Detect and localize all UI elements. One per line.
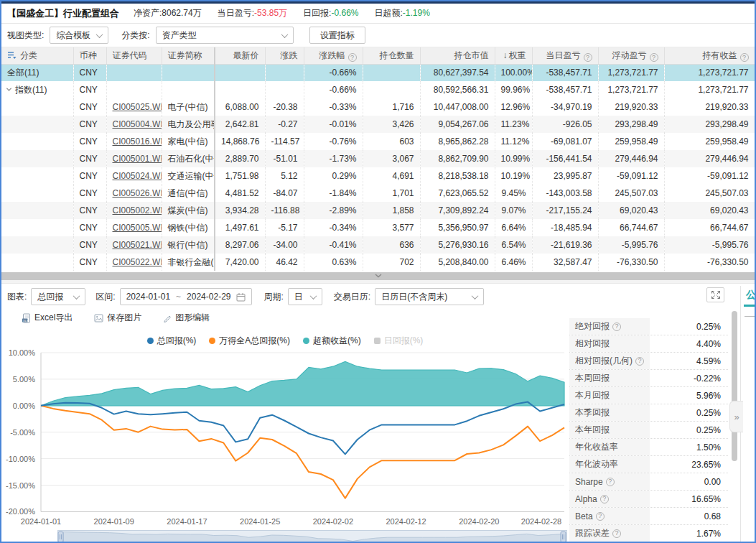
fullscreen-button[interactable]	[706, 287, 724, 302]
column-header[interactable]: 持仓市值	[420, 47, 495, 64]
cell: 5,276,930.16	[420, 236, 495, 254]
stat-label: 绝对回报?	[569, 318, 650, 335]
save-image-button[interactable]: 保存图片	[94, 312, 141, 324]
active-tab-underline	[744, 305, 756, 307]
cell: 4,481.52	[215, 185, 265, 202]
edit-graph-button[interactable]: 图形编辑	[163, 312, 210, 324]
security-code-link[interactable]: CI005024.WI	[113, 171, 162, 181]
stat-label: Sharpe?	[569, 473, 650, 490]
table-row[interactable]: CNYCI005024.WI交通运输(中信)1,751.985.120.29%4…	[1, 167, 755, 185]
category-cell	[1, 167, 73, 185]
column-header[interactable]: 证券代码	[106, 47, 162, 64]
collapse-panel-button[interactable]: »	[729, 401, 743, 432]
cell: 3,067	[363, 150, 420, 167]
datazoom-handle[interactable]	[58, 532, 63, 542]
announcement-tab-icon[interactable]: 公	[744, 289, 756, 307]
column-header[interactable]: 最新价	[215, 47, 265, 64]
column-header[interactable]: 分类	[1, 47, 73, 64]
cell: -0.66%	[304, 81, 363, 98]
cell: 293,298.49	[664, 116, 755, 133]
category-cell	[1, 219, 73, 236]
table-row[interactable]: CNYCI005016.WI家电(中信)14,868.76-114.57-0.7…	[1, 133, 755, 150]
help-icon[interactable]: ?	[740, 53, 749, 62]
divider-dash	[745, 316, 755, 317]
column-header[interactable]: 持有收益?	[664, 47, 755, 64]
table-row[interactable]: CNYCI005002.WI煤炭(中信)3,934.28-116.88-2.89…	[1, 202, 755, 219]
cell: CI005016.WI	[106, 133, 162, 150]
cell: 1,716	[363, 98, 420, 116]
table-row[interactable]: CNYCI005022.WI非银行金融(中信)7,420.0046.420.63…	[1, 254, 755, 271]
table-row[interactable]: 全部(11)CNY-0.66%80,627,397.54100.00%-538,…	[1, 64, 755, 81]
cell: 8,965,862.28	[420, 133, 495, 150]
help-icon[interactable]: ?	[612, 529, 621, 538]
cell: 0.29%	[304, 167, 363, 185]
panel-splitter[interactable]	[1, 272, 755, 285]
vertical-scrollbar[interactable]	[732, 311, 737, 461]
date-range-picker[interactable]: 2024-01-01 ~ 2024-02-29	[120, 288, 253, 305]
security-code-link[interactable]: CI005021.WI	[113, 240, 162, 250]
cell: CNY	[73, 202, 106, 219]
view-type-select[interactable]: 综合模板	[50, 27, 108, 44]
period-label: 周期:	[263, 291, 283, 303]
table-row[interactable]: CNYCI005021.WI银行(中信)8,297.06-34.00-0.41%…	[1, 236, 755, 254]
category-cell	[1, 150, 73, 167]
column-header[interactable]: 币种	[73, 47, 106, 64]
range-start-date[interactable]: 2024-01-01	[126, 292, 170, 302]
cell: 钢铁(中信)	[162, 219, 215, 236]
view-type-value: 综合模板	[56, 29, 90, 42]
trade-calendar-select[interactable]: 日历日(不含周末)	[375, 288, 484, 305]
expand-caret-icon[interactable]	[6, 85, 11, 90]
help-icon[interactable]: ?	[635, 357, 644, 366]
table-row[interactable]: 指数(11)CNY-0.66%80,592,566.3199.96%-538,4…	[1, 81, 755, 98]
fullscreen-icon	[710, 290, 722, 300]
column-header[interactable]: 当日盈亏?	[532, 47, 598, 64]
help-icon[interactable]: ?	[600, 495, 609, 503]
security-code-link[interactable]: CI005026.WI	[113, 188, 162, 198]
range-end-date[interactable]: 2024-02-29	[187, 292, 230, 302]
help-icon[interactable]: ?	[650, 53, 658, 62]
splitter-bar[interactable]	[1, 272, 755, 280]
cell: -69,081.07	[532, 133, 598, 150]
chart-type-select[interactable]: 总回报	[31, 288, 85, 305]
stat-row: 绝对回报?0.25%	[569, 318, 728, 335]
cell: -5,995.76	[598, 236, 664, 254]
datazoom-handle[interactable]	[561, 532, 566, 542]
table-row[interactable]: CNYCI005001.WI石油石化(中信)2,889.70-51.01-1.7…	[1, 150, 755, 167]
security-code-link[interactable]: CI005004.WI	[113, 119, 162, 129]
excel-export-button[interactable]: XLS Excel导出	[22, 312, 73, 324]
table-row[interactable]: CNYCI005004.WI电力及公用事业2,642.81-0.27-0.01%…	[1, 116, 755, 133]
column-header[interactable]: 持仓数量	[363, 47, 420, 64]
help-icon[interactable]: ?	[596, 512, 605, 521]
table-row[interactable]: CNYCI005005.WI钢铁(中信)1,497.61-5.17-0.34%3…	[1, 219, 755, 236]
column-header[interactable]: ↓权重	[495, 47, 532, 64]
help-icon[interactable]: ?	[612, 322, 621, 331]
set-indicators-button[interactable]: 设置指标	[309, 27, 365, 44]
svg-text:2024-02-12: 2024-02-12	[386, 517, 426, 526]
stat-row: 跟踪误差?1.67%	[569, 525, 728, 542]
cell: 家电(中信)	[162, 133, 215, 150]
security-code-link[interactable]: CI005005.WI	[113, 223, 162, 233]
category-cell	[1, 202, 73, 219]
group-by-select[interactable]: 资产类型	[156, 27, 294, 44]
cell: 245,507.03	[598, 185, 664, 202]
svg-text:2024-02-02: 2024-02-02	[313, 517, 353, 526]
period-select[interactable]: 日	[288, 288, 322, 305]
table-row[interactable]: CNYCI005025.WI电子(中信)6,088.00-20.38-0.33%…	[1, 98, 755, 116]
help-icon[interactable]: ?	[348, 53, 357, 62]
datazoom-slider[interactable]	[57, 530, 567, 543]
security-code-link[interactable]: CI005002.WI	[113, 205, 162, 215]
column-header[interactable]: 浮动盈亏?	[598, 47, 664, 64]
cell: CI005001.WI	[106, 150, 162, 167]
column-header[interactable]: 证券简称	[162, 47, 215, 64]
security-code-link[interactable]: CI005001.WI	[113, 154, 162, 164]
security-code-link[interactable]: CI005022.WI	[113, 257, 162, 267]
table-row[interactable]: CNYCI005026.WI通信(中信)4,481.52-84.07-1.84%…	[1, 185, 755, 202]
security-code-link[interactable]: CI005016.WI	[113, 136, 162, 147]
cell: 通信(中信)	[162, 185, 215, 202]
help-icon[interactable]: ?	[606, 478, 615, 486]
column-header[interactable]: 涨跌	[265, 47, 304, 64]
column-header[interactable]: 涨跌幅?	[304, 47, 363, 64]
help-icon[interactable]: ?	[584, 53, 592, 62]
security-code-link[interactable]: CI005025.WI	[113, 102, 162, 112]
tree-collapse-icon[interactable]	[7, 51, 17, 59]
